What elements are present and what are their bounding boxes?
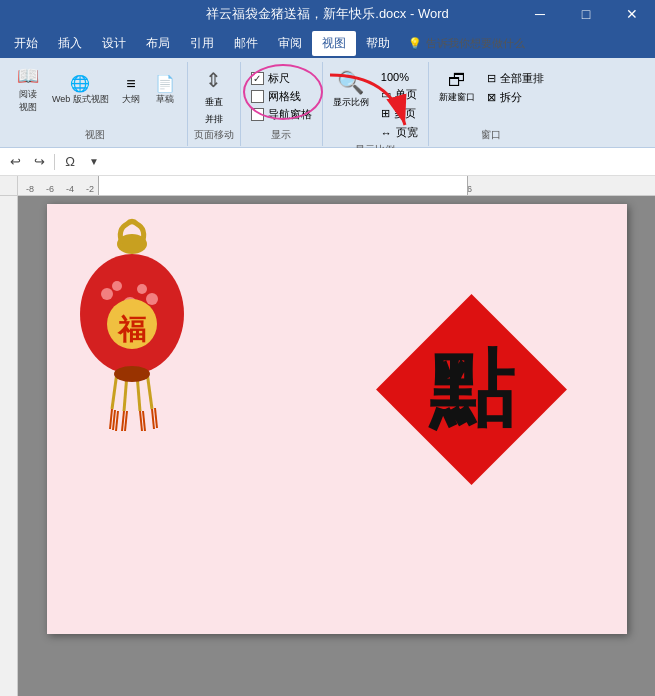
navpane-checkbox[interactable] <box>251 108 264 121</box>
pagemove-group-label: 页面移动 <box>194 126 234 144</box>
redo-button[interactable]: ↪ <box>28 151 50 173</box>
outline-icon: ≡ <box>126 74 135 93</box>
quick-access-toolbar: ↩ ↪ Ω ▼ <box>0 148 655 176</box>
navpane-checkbox-row[interactable]: 导航窗格 <box>247 106 316 123</box>
draft-icon: 📄 <box>155 74 175 93</box>
ruler-row: -8 -6 -4 -2 2 4 6 8 10 12 14 16 18 20 22… <box>0 176 655 196</box>
web-view-button[interactable]: 🌐 Web 版式视图 <box>48 72 113 108</box>
ribbon-group-window: 🗗 新建窗口 ⊟ 全部重排 ⊠ 拆分 窗口 <box>429 62 554 146</box>
split-button[interactable]: ⊠ 拆分 <box>483 89 548 106</box>
pagewidth-icon: ↔ <box>381 127 392 139</box>
arrange-label: 全部重排 <box>500 71 544 86</box>
help-search[interactable]: 💡 告诉我你想要做什么 <box>400 36 533 51</box>
fu-diamond: 點 <box>376 294 567 485</box>
svg-line-15 <box>113 410 115 430</box>
view-group-label: 视图 <box>85 126 105 144</box>
menu-help[interactable]: 帮助 <box>356 31 400 56</box>
menu-mailings[interactable]: 邮件 <box>224 31 268 56</box>
menu-design[interactable]: 设计 <box>92 31 136 56</box>
menu-bar: 开始 插入 设计 布局 引用 邮件 审阅 视图 帮助 💡 告诉我你想要做什么 <box>0 28 655 58</box>
main-container: 祥云福袋金猪送福，新年快乐.docx - Word ─ □ ✕ 开始 插入 设计… <box>0 0 655 696</box>
ribbon-group-pagemove: ⇕ 垂直 并排 页面移动 <box>188 62 241 146</box>
newwindow-button[interactable]: 🗗 新建窗口 <box>435 68 479 106</box>
document-scroll-area[interactable]: 福 <box>18 196 655 696</box>
ruler-num--6: -6 <box>46 184 54 194</box>
split-icon: ⊠ <box>487 91 496 104</box>
pagemove-content: ⇕ 垂直 并排 <box>205 68 223 126</box>
draft-label: 草稿 <box>156 93 174 106</box>
vertical-label: 垂直 <box>205 96 223 109</box>
side-label: 并排 <box>205 113 223 126</box>
svg-point-13 <box>114 366 150 382</box>
read-view-icon: 📖 <box>17 66 39 88</box>
singlepage-button[interactable]: ▭ 单页 <box>377 86 422 103</box>
undo-button[interactable]: ↩ <box>4 151 26 173</box>
menu-view[interactable]: 视图 <box>312 31 356 56</box>
menu-layout[interactable]: 布局 <box>136 31 180 56</box>
document-title: 祥云福袋金猪送福，新年快乐.docx - Word <box>206 5 448 23</box>
window-group-label: 窗口 <box>481 126 501 144</box>
svg-point-4 <box>146 293 158 305</box>
more-button[interactable]: ▼ <box>83 151 105 173</box>
ratio-100-button[interactable]: 100% <box>377 70 422 84</box>
symbol-button[interactable]: Ω <box>59 151 81 173</box>
pagewidth-button[interactable]: ↔ 页宽 <box>377 124 422 141</box>
view-buttons: 📖 阅读视图 🌐 Web 版式视图 ≡ 大纲 📄 草稿 <box>10 64 181 116</box>
newwindow-label: 新建窗口 <box>439 91 475 104</box>
title-bar: 祥云福袋金猪送福，新年快乐.docx - Word ─ □ ✕ <box>0 0 655 28</box>
singlepage-icon: ▭ <box>381 88 391 101</box>
multipage-button[interactable]: ⊞ 多页 <box>377 105 422 122</box>
ruler-num--2: -2 <box>86 184 94 194</box>
horizontal-ruler: -8 -6 -4 -2 2 4 6 8 10 12 14 16 18 20 22… <box>18 176 655 195</box>
outline-label: 大纲 <box>122 93 140 106</box>
gridlines-checkbox[interactable] <box>251 90 264 103</box>
zoom-button[interactable]: 🔍 显示比例 <box>329 68 373 111</box>
document-page: 福 <box>47 204 627 634</box>
toolbar-separator <box>54 154 55 170</box>
ratio-100-label: 100% <box>381 71 409 83</box>
arrange-button[interactable]: ⊟ 全部重排 <box>483 70 548 87</box>
menu-references[interactable]: 引用 <box>180 31 224 56</box>
ribbon-group-show: ✓ 标尺 网格线 导航窗格 显示 <box>241 62 323 146</box>
svg-line-14 <box>110 409 112 429</box>
ribbon-group-view: 📖 阅读视图 🌐 Web 版式视图 ≡ 大纲 📄 草稿 <box>4 62 188 146</box>
split-label: 拆分 <box>500 90 522 105</box>
ribbon: 📖 阅读视图 🌐 Web 版式视图 ≡ 大纲 📄 草稿 <box>0 58 655 148</box>
content-row: 福 <box>0 196 655 696</box>
ribbon-group-displayratio: 🔍 显示比例 100% ▭ 单页 ⊞ 多页 <box>323 62 429 146</box>
maximize-button[interactable]: □ <box>563 0 609 28</box>
show-checkboxes: ✓ 标尺 网格线 导航窗格 <box>247 70 316 123</box>
ratio-options: 100% ▭ 单页 ⊞ 多页 ↔ 页宽 <box>377 70 422 141</box>
vertical-scroll-icon: ⇕ <box>205 68 222 92</box>
gridlines-checkbox-row[interactable]: 网格线 <box>247 88 316 105</box>
ruler-content: -8 -6 -4 -2 2 4 6 8 10 12 14 16 18 20 22… <box>18 176 655 195</box>
arrange-icon: ⊟ <box>487 72 496 85</box>
menu-review[interactable]: 审阅 <box>268 31 312 56</box>
read-view-label: 阅读视图 <box>19 88 37 114</box>
singlepage-label: 单页 <box>395 87 417 102</box>
multipage-icon: ⊞ <box>381 107 390 120</box>
ruler-num--4: -4 <box>66 184 74 194</box>
window-content: 🗗 新建窗口 ⊟ 全部重排 ⊠ 拆分 <box>435 68 548 106</box>
displayratio-content: 🔍 显示比例 100% ▭ 单页 ⊞ 多页 <box>329 68 422 141</box>
newwindow-icon: 🗗 <box>448 70 466 91</box>
ruler-label: 标尺 <box>268 71 290 86</box>
minimize-button[interactable]: ─ <box>517 0 563 28</box>
lucky-bag-illustration: 福 <box>62 214 202 444</box>
close-button[interactable]: ✕ <box>609 0 655 28</box>
ruler-checkbox-row[interactable]: ✓ 标尺 <box>247 70 316 87</box>
svg-line-17 <box>122 411 124 431</box>
draft-view-button[interactable]: 📄 草稿 <box>149 72 181 108</box>
show-group-label: 显示 <box>271 126 291 144</box>
ruler-num--8: -8 <box>26 184 34 194</box>
svg-line-16 <box>116 411 118 431</box>
outline-view-button[interactable]: ≡ 大纲 <box>115 72 147 108</box>
menu-start[interactable]: 开始 <box>4 31 48 56</box>
menu-insert[interactable]: 插入 <box>48 31 92 56</box>
help-search-text: 告诉我你想要做什么 <box>426 36 525 51</box>
read-view-button[interactable]: 📖 阅读视图 <box>10 64 46 116</box>
ruler-checkbox[interactable]: ✓ <box>251 72 264 85</box>
ruler-corner <box>0 176 18 195</box>
svg-line-18 <box>125 411 127 431</box>
svg-text:福: 福 <box>117 314 146 345</box>
